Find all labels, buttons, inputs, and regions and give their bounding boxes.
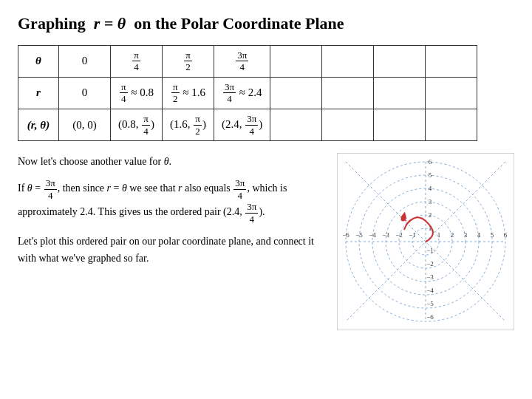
- table-header-empty2: [322, 45, 374, 77]
- table-header-empty1: [270, 45, 322, 77]
- table-cell-pair-empty2: [322, 109, 374, 140]
- table-cell-r-0: 0: [59, 77, 111, 109]
- svg-text:4: 4: [429, 185, 432, 192]
- svg-text:5: 5: [429, 171, 432, 179]
- text-area: Now let's choose another value for θ. If…: [18, 153, 324, 274]
- svg-text:−1: −1: [409, 231, 416, 239]
- page-title: Graphing r = θ on the Polar Coordinate P…: [18, 13, 514, 35]
- svg-text:5: 5: [491, 231, 494, 239]
- graph-container: 1 2 3 4 5 6 −1 −2 −3 −4 −5 −6 1 2 3 4 5 …: [337, 153, 514, 330]
- table-row-r: r 0 π4 ≈ 0.8 π2 ≈ 1.6 3π4 ≈ 2.4: [18, 77, 477, 109]
- svg-text:2: 2: [451, 231, 454, 239]
- svg-text:2: 2: [429, 211, 432, 219]
- table-cell-r-empty3: [374, 77, 426, 109]
- table-cell-r-pi2: π2 ≈ 1.6: [163, 77, 214, 109]
- table-cell-r-empty1: [270, 77, 322, 109]
- table-cell-pair-empty4: [426, 109, 477, 140]
- svg-text:−4: −4: [369, 231, 376, 239]
- table-cell-pair-pi2: (1.6, π2): [163, 109, 214, 140]
- paragraph2: Let's plot this ordered pair on our pola…: [18, 233, 324, 267]
- content-area: Now let's choose another value for θ. If…: [18, 153, 514, 330]
- svg-text:−4: −4: [426, 287, 434, 294]
- table-cell-r-3pi4: 3π4 ≈ 2.4: [214, 77, 270, 109]
- table-cell-pair-empty3: [374, 109, 426, 140]
- paragraph1: If θ = 3π4, then since r = θ we see that…: [18, 177, 324, 225]
- svg-text:−5: −5: [426, 300, 434, 307]
- svg-text:−3: −3: [426, 273, 434, 281]
- table-header-3pi4: 3π4: [214, 45, 270, 77]
- svg-text:−2: −2: [395, 231, 403, 239]
- table-header-0: 0: [59, 45, 111, 77]
- table-cell-pair-pi4: (0.8, π4): [111, 109, 163, 140]
- table-cell-r-empty2: [322, 77, 374, 109]
- svg-text:3: 3: [429, 198, 432, 205]
- table-cell-pair-3pi4: (2.4, 3π4): [214, 109, 270, 140]
- table-cell-pair-label: (r, θ): [18, 109, 59, 140]
- table-cell-pair-empty1: [270, 109, 322, 140]
- table-header-pi4: π4: [111, 45, 163, 77]
- svg-text:−6: −6: [426, 313, 434, 321]
- svg-text:1: 1: [437, 231, 441, 239]
- polar-table: θ 0 π4 π2 3π4 r 0 π4 ≈ 0.8 π2 ≈ 1.6 3π4 …: [18, 45, 477, 142]
- title-suffix: on the Polar Coordinate Plane: [134, 14, 344, 33]
- table-header-pi2: π2: [163, 45, 214, 77]
- table-row-pair: (r, θ) (0, 0) (0.8, π4) (1.6, π2) (2.4, …: [18, 109, 477, 140]
- svg-text:−6: −6: [342, 231, 349, 239]
- table-header-empty3: [374, 45, 426, 77]
- svg-text:−5: −5: [355, 231, 363, 239]
- table-header-theta: θ: [18, 45, 59, 77]
- svg-text:3: 3: [464, 231, 468, 239]
- svg-text:6: 6: [504, 231, 508, 239]
- title-math: r = θ: [94, 14, 126, 33]
- svg-text:6: 6: [429, 158, 432, 166]
- table-row-header: θ 0 π4 π2 3π4: [18, 45, 477, 77]
- polar-graph-svg: 1 2 3 4 5 6 −1 −2 −3 −4 −5 −6 1 2 3 4 5 …: [337, 153, 514, 330]
- table-cell-pair-0: (0, 0): [59, 109, 111, 140]
- intro-text: Now let's choose another value for θ.: [18, 153, 324, 170]
- svg-text:−1: −1: [426, 247, 434, 254]
- table-header-empty4: [426, 45, 477, 77]
- svg-text:−3: −3: [382, 231, 389, 239]
- table-cell-r-pi4: π4 ≈ 0.8: [111, 77, 163, 109]
- svg-text:4: 4: [477, 231, 481, 239]
- svg-text:−2: −2: [426, 260, 434, 267]
- table-cell-r-label: r: [18, 77, 59, 109]
- title-prefix: Graphing: [18, 14, 86, 33]
- table-cell-r-empty4: [426, 77, 477, 109]
